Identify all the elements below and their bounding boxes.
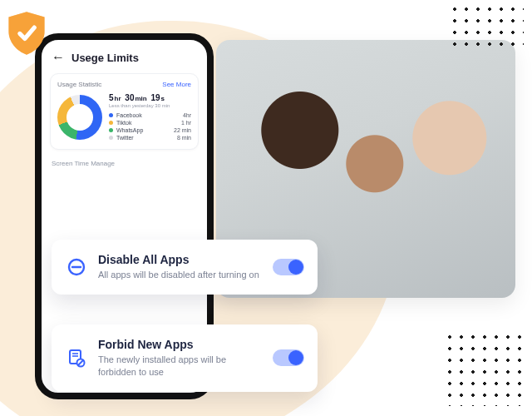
disable-apps-card: Disable All Apps All apps will be disabl… [52,240,318,295]
app-breakdown-list: Facebook 4hr Tiktok 1 hr WhatsApp 22 min… [109,112,191,141]
delta-text: Less than yesterday 30 min [109,103,191,108]
disable-apps-desc: All apps will be disabled after turning … [98,269,263,281]
see-more-link[interactable]: See More [162,81,191,88]
back-arrow-icon[interactable]: ← [52,50,65,65]
total-usage-value: 5hr 30min 19s [109,93,191,102]
forbid-apps-desc: The newly installed apps will be forbidd… [98,354,263,379]
list-item: Tiktok 1 hr [109,120,191,126]
disable-apps-title: Disable All Apps [98,253,263,266]
list-item: WhatsApp 22 min [109,127,191,133]
page-title: Usege Limits [71,52,139,64]
phone-header: ← Usege Limits [50,48,199,73]
dot-icon [109,113,113,117]
list-item: Twitter 8 min [109,135,191,141]
list-item: Facebook 4hr [109,112,191,118]
manage-section-label: Screen Time Manage [52,160,197,167]
disable-apps-toggle[interactable] [273,259,304,275]
shield-check-icon [5,10,48,57]
dot-icon [109,128,113,132]
forbid-apps-toggle[interactable] [273,349,304,366]
dot-grid-top [449,3,524,53]
usage-stat-card: Usage Statistic See More 5hr 30min 19s L… [50,73,199,150]
forbid-apps-card: Forbid New Apps The newly installed apps… [52,324,318,392]
forbid-apps-title: Forbid New Apps [98,338,263,351]
disable-icon [65,255,88,279]
stat-heading: Usage Statistic [57,81,101,88]
dot-icon [109,136,113,140]
forbid-icon [65,346,88,369]
usage-donut-chart [57,95,102,140]
dot-icon [109,121,113,125]
dot-grid-bottom [444,331,527,406]
